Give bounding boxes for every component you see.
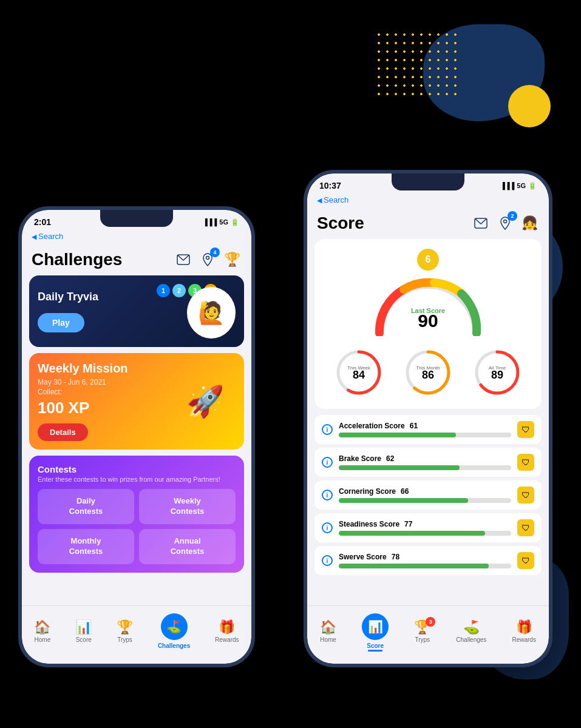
nav-score-left[interactable]: 📊 Score bbox=[70, 617, 97, 645]
nav-score-right[interactable]: 📊 Score bbox=[357, 611, 393, 652]
phone-score: 10:37 ▐▐▐ 5G 🔋 Search Score bbox=[304, 170, 552, 667]
steadiness-value: 77 bbox=[404, 520, 412, 528]
back-search-right[interactable]: Search bbox=[317, 195, 348, 204]
search-bar-left[interactable]: Search bbox=[22, 229, 251, 245]
tryps-icon-left: 🏆 bbox=[117, 619, 133, 635]
gauge-section: 6 Last Score bbox=[314, 239, 542, 409]
nav-challenges-right[interactable]: ⛳ Challenges bbox=[451, 617, 491, 645]
monthly-contests-button[interactable]: MonthlyContests bbox=[38, 529, 134, 564]
score-icon-right: 📊 bbox=[368, 619, 383, 634]
signal-icon-right: ▐▐▐ bbox=[500, 182, 514, 189]
back-search-left[interactable]: Search bbox=[32, 232, 63, 241]
nav-tryps-right[interactable]: 🏆 3 Tryps bbox=[409, 617, 435, 645]
page-title-left: Challenges bbox=[32, 250, 122, 269]
trophy-button-left[interactable]: 🏆 bbox=[222, 250, 242, 269]
nav-rewards-left[interactable]: 🎁 Rewards bbox=[210, 617, 243, 645]
nav-score-label-right: Score bbox=[367, 642, 384, 649]
score-item-cornering: i Cornering Score 66 🛡 bbox=[314, 480, 542, 510]
brake-label: Brake Score bbox=[339, 454, 381, 463]
cornering-label: Cornering Score bbox=[339, 487, 396, 496]
status-time-right: 10:37 bbox=[319, 181, 341, 190]
brake-bar-fill bbox=[339, 465, 460, 470]
nav-tryps-label-right: Tryps bbox=[415, 636, 430, 643]
mail-button-left[interactable] bbox=[174, 250, 193, 269]
stat-this-month: This Month 86 bbox=[404, 348, 452, 399]
nav-home-label-right: Home bbox=[320, 636, 336, 643]
nav-rewards-right[interactable]: 🎁 Rewards bbox=[507, 617, 540, 645]
acceleration-shield: 🛡 bbox=[517, 421, 534, 438]
rewards-icon-right: 🎁 bbox=[516, 619, 532, 635]
header-icons-left: 4 🏆 bbox=[174, 250, 242, 269]
home-icon-right: 🏠 bbox=[320, 619, 336, 635]
scroll-content-left: Daily Tryvia Play 1 2 3 4 🙋 bbox=[22, 275, 251, 605]
header-icons-right: 2 👧 bbox=[471, 214, 539, 233]
play-button[interactable]: Play bbox=[38, 313, 84, 332]
daily-contests-button[interactable]: DailyContests bbox=[38, 489, 134, 524]
tryps-badge-right: 3 bbox=[426, 617, 435, 627]
status-time-left: 2:01 bbox=[34, 217, 51, 227]
mail-button-right[interactable] bbox=[471, 214, 491, 233]
acceleration-bar-fill bbox=[339, 433, 456, 437]
nav-home-left[interactable]: 🏠 Home bbox=[29, 617, 55, 645]
page-header-left: Challenges 4 🏆 bbox=[22, 245, 251, 275]
yellow-dot-grid bbox=[375, 30, 460, 97]
location-button-left[interactable]: 4 bbox=[198, 250, 217, 269]
nav-score-label-left: Score bbox=[76, 636, 92, 643]
score-item-steadiness: i Steadiness Score 77 🛡 bbox=[314, 513, 542, 542]
info-icon-acceleration[interactable]: i bbox=[322, 424, 333, 435]
brake-bar bbox=[339, 465, 511, 470]
brake-value: 62 bbox=[386, 454, 394, 463]
network-left: 5G bbox=[219, 218, 228, 226]
score-active-circle: 📊 bbox=[362, 613, 389, 640]
network-right: 5G bbox=[517, 182, 526, 189]
score-screen: 10:37 ▐▐▐ 5G 🔋 Search Score bbox=[307, 174, 549, 664]
mission-card-right: 🚀 bbox=[175, 368, 236, 435]
info-icon-cornering[interactable]: i bbox=[322, 490, 333, 500]
acceleration-bar bbox=[339, 433, 511, 437]
svg-text:84: 84 bbox=[353, 369, 365, 381]
nav-challenges-label-left: Challenges bbox=[158, 642, 190, 649]
swerve-bar bbox=[339, 564, 511, 568]
mission-card-left: Weekly Mission May 30 - Jun 6, 2021 Coll… bbox=[38, 362, 128, 441]
stat-all-time: All Time 89 bbox=[473, 348, 522, 399]
location-badge: 4 bbox=[210, 248, 220, 257]
page-header-right: Score 2 👧 bbox=[307, 209, 549, 239]
nav-home-right[interactable]: 🏠 Home bbox=[315, 617, 341, 645]
nav-tryps-left[interactable]: 🏆 Tryps bbox=[112, 617, 138, 645]
level-badge: 6 bbox=[417, 249, 439, 271]
nav-challenges-label-right: Challenges bbox=[456, 636, 486, 643]
info-icon-brake[interactable]: i bbox=[322, 457, 333, 468]
nav-challenges-left[interactable]: ⛳ Challenges bbox=[153, 611, 195, 652]
nav-home-label-left: Home bbox=[35, 636, 51, 643]
nav-tryps-label-left: Tryps bbox=[117, 636, 132, 643]
step-1: 1 bbox=[157, 284, 170, 297]
bottom-nav-left: 🏠 Home 📊 Score 🏆 Tryps ⛳ Challenges bbox=[22, 605, 251, 664]
swerve-value: 78 bbox=[392, 553, 399, 561]
challenges-icon-left: ⛳ bbox=[166, 619, 182, 634]
swerve-label: Swerve Score bbox=[339, 553, 387, 561]
phone-challenges: 2:01 ▐▐▐ 5G 🔋 Search Challenges bbox=[18, 206, 255, 667]
step-2: 2 bbox=[172, 284, 186, 297]
info-icon-swerve[interactable]: i bbox=[322, 555, 333, 566]
home-icon-left: 🏠 bbox=[34, 619, 50, 635]
signal-icon-left: ▐▐▐ bbox=[203, 218, 217, 226]
weekly-contests-button[interactable]: WeeklyContests bbox=[139, 489, 236, 524]
location-button-right[interactable]: 2 bbox=[495, 214, 515, 233]
svg-point-3 bbox=[504, 220, 507, 223]
phone-notch-right bbox=[392, 174, 464, 190]
avatar-button-right[interactable]: 👧 bbox=[520, 214, 539, 233]
challenges-active-circle: ⛳ bbox=[161, 613, 188, 640]
yellow-circle-small bbox=[508, 85, 551, 127]
trivia-card: Daily Tryvia Play 1 2 3 4 🙋 bbox=[29, 275, 244, 347]
search-bar-right[interactable]: Search bbox=[307, 193, 549, 209]
cornering-value: 66 bbox=[401, 487, 409, 496]
phones-container: 2:01 ▐▐▐ 5G 🔋 Search Challenges bbox=[18, 170, 565, 686]
status-icons-left: ▐▐▐ 5G 🔋 bbox=[203, 218, 239, 226]
details-button[interactable]: Details bbox=[38, 423, 88, 441]
info-icon-steadiness[interactable]: i bbox=[322, 522, 333, 533]
annual-contests-button[interactable]: AnnualContests bbox=[139, 529, 236, 564]
score-list: i Acceleration Score 61 🛡 i bbox=[307, 415, 549, 605]
score-item-swerve: i Swerve Score 78 🛡 bbox=[314, 546, 542, 575]
page-title-right: Score bbox=[317, 214, 364, 233]
cornering-shield: 🛡 bbox=[517, 487, 534, 504]
